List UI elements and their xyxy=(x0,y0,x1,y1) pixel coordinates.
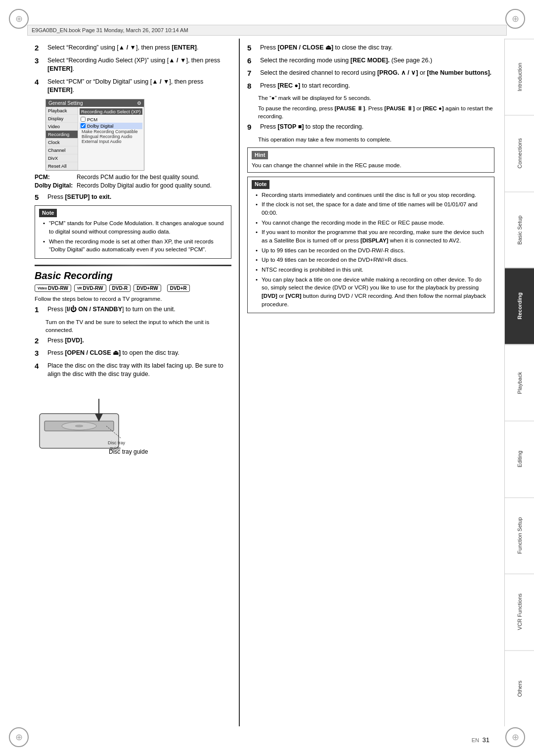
corner-decoration-tl: ⊕ xyxy=(9,9,29,29)
step-8-sub1: The “●” mark will be displayed for 5 sec… xyxy=(258,94,494,102)
step-7-num: 7 xyxy=(247,69,258,77)
settings-sub-options: Make Recording Compatible Bilingual Reco… xyxy=(80,129,142,144)
step-3-lower-num: 3 xyxy=(35,349,45,357)
section-divider xyxy=(35,265,231,266)
step-4-num: 4 xyxy=(35,78,45,86)
step-3-num: 3 xyxy=(35,56,45,65)
note-list-lower: Recording starts immediately and continu… xyxy=(252,191,490,309)
page-number: EN 31 xyxy=(472,736,490,744)
settings-nav: Playback Display Video Recording Clock C… xyxy=(46,107,78,170)
note-item-1: “PCM” stands for Pulse Code Modulation. … xyxy=(43,219,227,236)
sidebar-item-recording[interactable]: Recording xyxy=(505,268,534,344)
settings-title-bar: General Setting ⚙ xyxy=(46,99,144,107)
step-6-text: Select the recording mode using [REC MOD… xyxy=(260,56,432,65)
corner-decoration-tr: ⊕ xyxy=(505,9,525,29)
svg-point-3 xyxy=(75,425,83,427)
disc-tray-label: Disc tray guide xyxy=(109,448,231,455)
nav-recording: Recording xyxy=(46,131,78,139)
note-label-lower: Note xyxy=(252,180,269,189)
left-column: 2 Select “Recording” using [▲ / ▼], then… xyxy=(27,39,240,726)
nav-channel: Channel xyxy=(46,146,78,154)
step-9-num: 9 xyxy=(247,123,258,131)
step-8-sub2: To pause the recording, press [PAUSE ⏸].… xyxy=(258,104,494,120)
nav-clock: Clock xyxy=(46,139,78,146)
logo-dvdplusr: DVD+R xyxy=(167,284,190,292)
step-8-right: 8 Press [REC ●] to start recording. xyxy=(247,82,494,91)
step-7-right: 7 Select the desired channel to record u… xyxy=(247,69,494,78)
step-5-exit: 5 Press [SETUP] to exit. xyxy=(35,193,231,202)
step-4-upper: 4 Select “PCM” or “Dolby Digital” using … xyxy=(35,78,231,95)
hint-text: You can change the channel while in the … xyxy=(252,161,490,169)
logo-video-dvdrw: VideoDVD-RW xyxy=(35,284,71,292)
right-sidebar: Introduction Connections Basic Setup Rec… xyxy=(504,39,534,726)
sidebar-item-basic-setup[interactable]: Basic Setup xyxy=(505,191,534,268)
pcm-label-row: PCM: Records PCM audio for the best qual… xyxy=(35,174,231,181)
corner-decoration-bl: ⊕ xyxy=(9,727,29,747)
step-3-lower-text: Press [OPEN / CLOSE ⏏] to open the disc … xyxy=(47,349,179,358)
step-8-text: Press [REC ●] to start recording. xyxy=(260,82,350,91)
step-9-text: Press [STOP ■] to stop the recording. xyxy=(260,123,363,132)
note-lower-item-1: Recording starts immediately and continu… xyxy=(256,191,490,199)
step-1-lower: 1 Press [I/⏻ ON / STANDBY] to turn on th… xyxy=(35,305,231,314)
nav-reset-all: Reset All xyxy=(46,162,78,170)
nav-playback: Playback xyxy=(46,107,78,115)
pcm-checkbox[interactable] xyxy=(81,117,86,122)
step-9-right: 9 Press [STOP ■] to stop the recording. xyxy=(247,123,494,132)
dolby-checkbox[interactable] xyxy=(81,123,86,128)
sidebar-item-connections[interactable]: Connections xyxy=(505,115,534,191)
sidebar-item-playback[interactable]: Playback xyxy=(505,344,534,421)
sub-opt-2: Bilingual Recording Audio xyxy=(82,134,142,139)
step-2-lower-text: Press [DVD]. xyxy=(47,336,84,345)
nav-video: Video xyxy=(46,123,78,131)
section-title: Basic Recording xyxy=(35,270,231,282)
step-1-lower-text: Press [I/⏻ ON / STANDBY] to turn on the … xyxy=(47,305,176,314)
note-box-lower: Note Recording starts immediately and co… xyxy=(247,177,494,313)
note-lower-item-2: If the clock is not set, the space for a… xyxy=(256,200,490,217)
dolby-label-row: Dolby Digital: Records Dolby Digital aud… xyxy=(35,182,231,189)
nav-display: Display xyxy=(46,115,78,123)
right-column: 5 Press [OPEN / CLOSE ⏏] to close the di… xyxy=(240,39,502,726)
settings-option-dolby: Dolby Digital xyxy=(80,123,142,129)
pcm-desc: Records PCM audio for the best quality s… xyxy=(77,174,199,181)
corner-decoration-br: ⊕ xyxy=(505,727,525,747)
step-1-lower-num: 1 xyxy=(35,305,45,314)
note-lower-item-6: Up to 49 titles can be recorded on the D… xyxy=(256,256,490,264)
step-2-upper: 2 Select “Recording” using [▲ / ▼], then… xyxy=(35,44,231,52)
note-box-upper: Note “PCM” stands for Pulse Code Modulat… xyxy=(35,205,231,259)
step-9-sub: This operation may take a few moments to… xyxy=(258,136,494,143)
step-2-text: Select “Recording” using [▲ / ▼], then p… xyxy=(47,44,198,52)
step-7-text: Select the desired channel to record usi… xyxy=(260,69,491,78)
step-8-num: 8 xyxy=(247,82,258,90)
note-lower-item-8: You can play back a title on one device … xyxy=(256,276,490,309)
note-item-2: When the recording mode is set at other … xyxy=(43,237,227,254)
step-4-lower: 4 Place the disc on the disc tray with i… xyxy=(35,362,231,379)
svg-text:Disc tray: Disc tray xyxy=(108,440,126,445)
sidebar-item-editing[interactable]: Editing xyxy=(505,421,534,497)
step-5-right-num: 5 xyxy=(247,44,258,52)
sub-opt-1: Make Recording Compatible xyxy=(82,129,142,134)
sidebar-item-function-setup[interactable]: Function Setup xyxy=(505,497,534,573)
header-bar: E9GA0BD_EN.book Page 31 Monday, March 26… xyxy=(27,25,507,36)
settings-option-pcm: PCM xyxy=(80,116,142,123)
step-4-text: Select “PCM” or “Dolby Digital” using [▲… xyxy=(47,78,231,95)
page-num-value: 31 xyxy=(483,736,490,744)
step-3-lower: 3 Press [OPEN / CLOSE ⏏] to open the dis… xyxy=(35,349,231,358)
hint-box: Hint You can change the channel while in… xyxy=(247,147,494,173)
step-2-lower: 2 Press [DVD]. xyxy=(35,336,231,345)
step-5-right-text: Press [OPEN / CLOSE ⏏] to close the disc… xyxy=(260,44,393,52)
step-5-right: 5 Press [OPEN / CLOSE ⏏] to close the di… xyxy=(247,44,494,52)
header-text: E9GA0BD_EN.book Page 31 Monday, March 26… xyxy=(32,27,188,33)
step-6-right: 6 Select the recording mode using [REC M… xyxy=(247,56,494,65)
step-3-text: Select “Recording Audio Select (XP)” usi… xyxy=(47,56,231,74)
note-lower-item-5: Up to 99 titles can be recorded on the D… xyxy=(256,246,490,255)
sidebar-item-others[interactable]: Others xyxy=(505,650,534,726)
step-4-lower-num: 4 xyxy=(35,362,45,370)
note-list-upper: “PCM” stands for Pulse Code Modulation. … xyxy=(39,219,227,254)
logo-vr-dvdrw: VRDVD-RW xyxy=(74,284,106,292)
sidebar-item-vcr-functions[interactable]: VCR Functions xyxy=(505,573,534,650)
logo-dvdr: DVD-R xyxy=(109,284,131,292)
step-5-text: Press [SETUP] to exit. xyxy=(47,193,111,202)
sidebar-item-introduction[interactable]: Introduction xyxy=(505,39,534,115)
disc-tray-area: Disc tray guide xyxy=(35,384,231,458)
main-content: 2 Select “Recording” using [▲ / ▼], then… xyxy=(27,39,502,726)
